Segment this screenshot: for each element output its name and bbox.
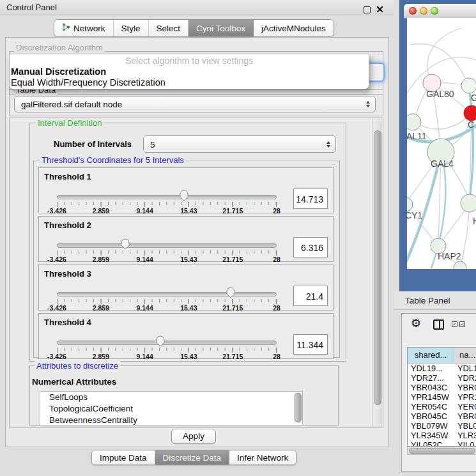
slider-track[interactable]	[57, 243, 277, 248]
cell-name[interactable]: YBR0	[454, 411, 476, 421]
minimize-window-icon[interactable]	[420, 7, 427, 15]
table-row[interactable]: YDL19...YDL1	[408, 364, 476, 373]
float-panel-icon[interactable]	[364, 6, 371, 13]
network-graph[interactable]: GAL80GACGAL11GAL4GCY1HHAP2	[407, 18, 476, 269]
checkbox-icon[interactable]: ✓	[459, 321, 465, 327]
algorithm-option[interactable]: Manual Discretization	[10, 66, 369, 77]
tick-label: 28	[273, 304, 280, 312]
network-node[interactable]	[407, 114, 421, 130]
slider-track[interactable]	[57, 195, 277, 199]
tick-label: 15.43	[180, 207, 197, 215]
cell-shared-name[interactable]: YIL052C	[408, 440, 454, 447]
zoom-window-icon[interactable]	[431, 7, 438, 15]
scrollbar-thumb[interactable]	[374, 130, 381, 405]
threshold-label: Threshold 2	[44, 220, 91, 230]
network-node[interactable]	[407, 197, 413, 211]
control-panel-tabstrip: NetworkStyleSelectCyni ToolboxjActiveMNo…	[54, 19, 334, 37]
cell-shared-name[interactable]: YER054C	[408, 402, 454, 411]
network-edge[interactable]	[461, 204, 470, 266]
threshold-slider[interactable]: -3.4262.8599.14415.4321.71528	[57, 194, 277, 214]
table-row[interactable]: YBR043CYBR0	[408, 383, 476, 392]
table-row[interactable]: YER054CYER0	[408, 402, 476, 411]
apply-button[interactable]: Apply	[171, 429, 216, 444]
network-node[interactable]	[461, 194, 476, 212]
network-node[interactable]	[461, 78, 476, 93]
network-node[interactable]	[464, 105, 476, 121]
table-row[interactable]: YIL052CYIL0	[408, 440, 476, 447]
tab-infer-network[interactable]: Infer Network	[229, 450, 296, 464]
threshold-slider[interactable]: -3.4262.8599.14415.4321.71528	[57, 291, 277, 311]
table-row[interactable]: YBL079WYBL0	[408, 421, 476, 431]
network-edge[interactable]	[413, 114, 471, 129]
cell-shared-name[interactable]: YBL079W	[408, 421, 454, 431]
table-row[interactable]: YBR045CYBR0	[408, 411, 476, 421]
cell-shared-name[interactable]: YBR043C	[408, 383, 454, 392]
cell-shared-name[interactable]: YDL19...	[408, 364, 454, 373]
algorithm-option[interactable]: Equal Width/Frequency Discretization	[10, 77, 369, 88]
tick-label: 15.43	[180, 304, 197, 312]
slider-track[interactable]	[57, 292, 277, 296]
list-item[interactable]: TopologicalCoefficient	[40, 403, 302, 415]
table-row[interactable]: YDR27...YDR2	[408, 373, 476, 383]
table-row[interactable]: YPR145WYPR1	[408, 392, 476, 402]
cell-shared-name[interactable]: YLR345W	[408, 431, 454, 440]
slider-track[interactable]	[57, 341, 277, 345]
threshold-value-field[interactable]: 6.316	[293, 237, 328, 257]
tab-network[interactable]: Network	[54, 20, 114, 36]
threshold-slider[interactable]: -3.4262.8599.14415.4321.71528	[57, 339, 277, 360]
table-row[interactable]: YLR345WYLR3	[408, 431, 476, 440]
threshold-slider[interactable]: -3.4262.8599.14415.4321.71528	[57, 242, 277, 263]
list-item[interactable]: BetweennessCentrality	[40, 415, 302, 426]
cell-name[interactable]: YLR3	[454, 431, 476, 440]
horizontal-scrollbar[interactable]	[407, 447, 476, 455]
slider-thumb-icon[interactable]	[120, 238, 130, 250]
tab-style[interactable]: Style	[114, 20, 149, 36]
numerical-attributes-list[interactable]: SelfLoopsTopologicalCoefficientBetweenne…	[40, 391, 303, 426]
gear-icon[interactable]: ⚙	[411, 316, 421, 330]
algorithm-dropdown-popup: Select algorithm to view settings Manual…	[9, 54, 369, 89]
tick-label: 9.144	[136, 207, 153, 215]
network-node[interactable]	[454, 261, 466, 269]
cell-name[interactable]: YPR1	[454, 392, 476, 402]
close-window-icon[interactable]	[409, 7, 417, 15]
slider-thumb-icon[interactable]	[226, 286, 236, 299]
cell-shared-name[interactable]: YPR145W	[408, 392, 454, 402]
tab-impute-data[interactable]: Impute Data	[92, 450, 155, 464]
list-item[interactable]: SelfLoops	[40, 392, 302, 403]
cell-name[interactable]: YER0	[454, 402, 476, 411]
app-root: { "control_panel": { "title": "Control P…	[0, 0, 476, 476]
slider-thumb-icon[interactable]	[155, 335, 165, 348]
cell-shared-name[interactable]: YDR27...	[408, 373, 454, 383]
checkbox-icon[interactable]: ✓	[452, 321, 457, 327]
cell-name[interactable]: YBL0	[454, 421, 476, 431]
network-canvas[interactable]: GAL80GACGAL11GAL4GCY1HHAP2	[407, 18, 476, 269]
columns-icon[interactable]	[433, 319, 444, 330]
tab-discretize-data[interactable]: Discretize Data	[155, 450, 230, 464]
number-of-intervals-combo[interactable]: 5	[143, 135, 336, 153]
cell-name[interactable]: YDL1	[454, 364, 476, 373]
table-data-combo[interactable]: galFiltered.sif default node	[14, 96, 376, 112]
list-scrollbar[interactable]	[294, 392, 302, 423]
cell-name[interactable]: YIL0	[454, 440, 476, 447]
tab-cyni-toolbox[interactable]: Cyni Toolbox	[188, 20, 254, 36]
horizontal-scrollbar-thumb[interactable]	[409, 448, 475, 454]
column-header-shared-name[interactable]: shared...	[408, 348, 454, 363]
combo-stepper-icon	[326, 141, 330, 148]
tab-jactivemnodules[interactable]: jActiveMNodules	[254, 20, 334, 36]
tab-select[interactable]: Select	[149, 20, 189, 36]
threshold-value-field[interactable]: 14.713	[293, 188, 328, 209]
threshold-value-field[interactable]: 21.4	[293, 286, 328, 306]
cell-name[interactable]: YDR2	[454, 373, 476, 383]
tick-label: 28	[273, 256, 280, 263]
threshold-panel: Threshold 4-3.4262.8599.14415.4321.71528…	[38, 313, 334, 359]
network-window-titlebar[interactable]	[404, 4, 476, 19]
threshold-value-field[interactable]: 11.344	[293, 334, 328, 355]
cell-shared-name[interactable]: YBR045C	[408, 411, 454, 421]
close-panel-icon[interactable]	[376, 4, 383, 15]
column-header-name[interactable]: na...	[454, 348, 476, 363]
list-scrollbar-thumb[interactable]	[295, 393, 302, 422]
cell-name[interactable]: YBR0	[454, 383, 476, 392]
vertical-scrollbar[interactable]	[372, 119, 382, 427]
number-of-intervals-value: 5	[150, 139, 155, 149]
slider-thumb-icon[interactable]	[179, 189, 189, 202]
